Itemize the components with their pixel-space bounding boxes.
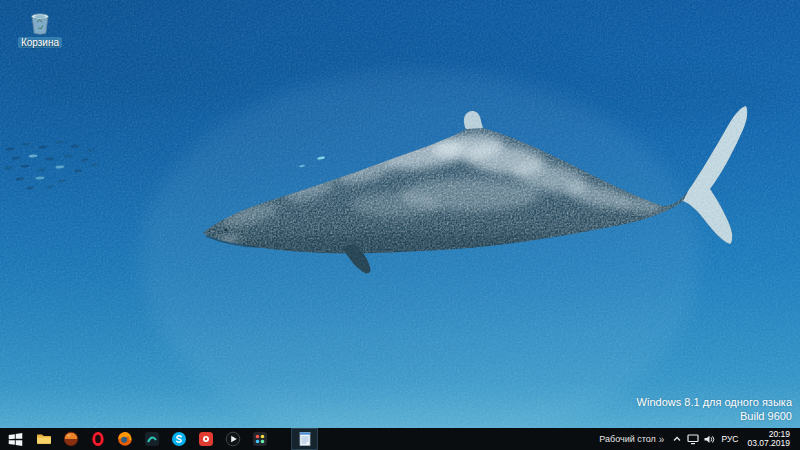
taskbar-app-notepad[interactable] [291,428,318,450]
media-player-icon [225,431,241,447]
colorful-media-app-icon [252,431,268,447]
chevron-up-icon [672,434,682,444]
taskbar-app-file-explorer[interactable] [30,428,57,450]
taskbar-app-colorful-media[interactable] [246,428,273,450]
network-icon [687,434,699,445]
dark-teal-app-icon [144,431,160,447]
taskbar-app-firefox[interactable] [111,428,138,450]
system-tray: РУС 20:19 03.07.2019 [669,428,800,450]
desktop-toolbar[interactable]: Рабочий стол » [594,428,669,450]
file-explorer-icon [36,431,52,447]
notepad-icon [297,431,313,447]
watermark-line1: Windows 8.1 для одного языка [637,395,792,409]
toolbar-chevron-icon[interactable]: » [659,434,665,445]
volume-icon [703,434,715,445]
desktop: Корзина Windows 8.1 для одного языка Bui… [0,0,800,450]
taskbar: Рабочий стол » [0,428,800,450]
desktop-toolbar-label: Рабочий стол [599,434,656,444]
volume-tray-button[interactable] [701,428,717,450]
network-tray-button[interactable] [685,428,701,450]
taskbar-app-red-badge[interactable] [192,428,219,450]
taskbar-gap [273,428,291,450]
taskbar-app-media-player[interactable] [219,428,246,450]
hidden-icons-button[interactable] [669,428,685,450]
taskbar-app-orange-browser[interactable] [57,428,84,450]
taskbar-right: Рабочий стол » [594,428,800,450]
taskbar-app-opera[interactable] [84,428,111,450]
wallpaper-image [0,0,800,450]
watermark-line2: Build 9600 [637,409,792,423]
taskbar-app-dark-teal[interactable] [138,428,165,450]
clock-date: 03.07.2019 [747,439,790,448]
windows-logo-icon [8,432,23,447]
red-badge-app-icon [198,431,214,447]
clock[interactable]: 20:19 03.07.2019 [742,430,795,448]
start-button[interactable] [0,428,30,450]
language-indicator[interactable]: РУС [717,434,742,444]
recycle-bin-label: Корзина [18,37,62,48]
firefox-icon [117,431,133,447]
recycle-bin-icon[interactable]: Корзина [8,10,72,48]
taskbar-app-skype[interactable] [165,428,192,450]
opera-icon [90,431,106,447]
orange-sphere-browser-icon [63,431,79,447]
trash-bin-icon [28,10,52,36]
windows-watermark: Windows 8.1 для одного языка Build 9600 [637,395,792,423]
skype-icon [171,431,187,447]
